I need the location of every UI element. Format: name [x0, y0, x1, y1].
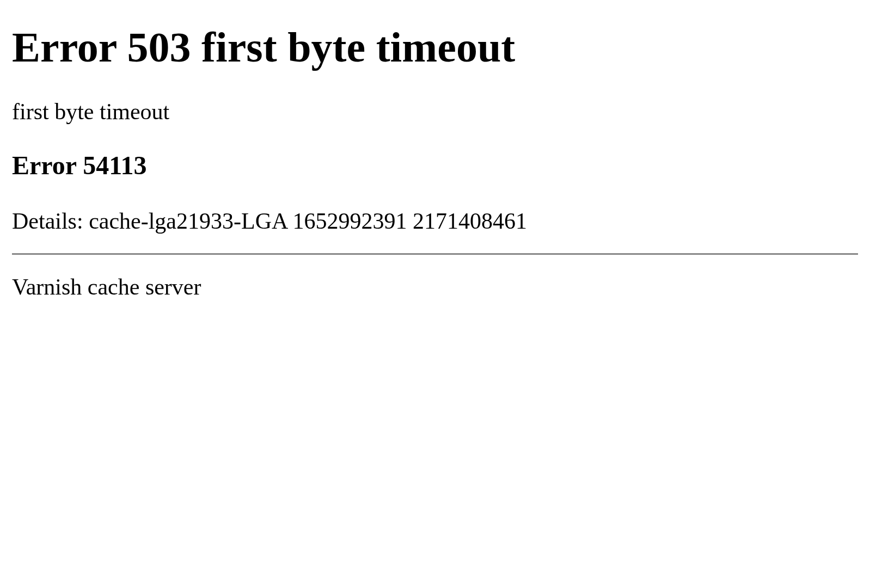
error-page: Error 503 first byte timeout first byte …	[0, 0, 870, 301]
divider	[12, 253, 858, 255]
error-heading: Error 503 first byte timeout	[12, 24, 858, 71]
server-info: Varnish cache server	[12, 273, 858, 301]
error-message: first byte timeout	[12, 98, 858, 125]
error-code: Error 54113	[12, 151, 858, 180]
error-details: Details: cache-lga21933-LGA 1652992391 2…	[12, 207, 858, 235]
